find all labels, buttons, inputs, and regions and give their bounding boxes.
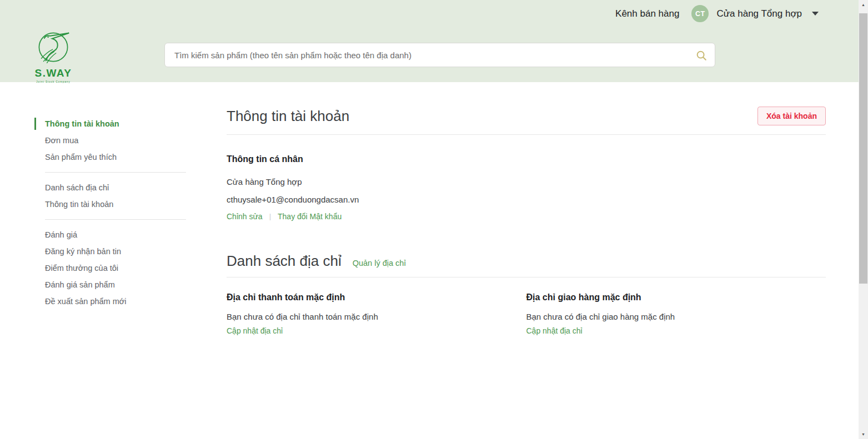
account-display-name: Cửa hàng Tổng hợp <box>227 176 826 188</box>
update-shipping-address-link[interactable]: Cập nhật địa chỉ <box>526 326 826 335</box>
address-list-heading: Danh sách địa chỉ <box>227 253 342 270</box>
billing-address-column: Địa chỉ thanh toán mặc định Bạn chưa có … <box>227 292 526 335</box>
topbar-account-area: Kênh bán hàng CT Cửa hàng Tổng hợp <box>615 5 819 22</box>
personal-info-heading: Thông tin cá nhân <box>227 154 826 164</box>
shipping-address-empty-text: Bạn chưa có địa chỉ giao hàng mặc định <box>526 312 826 321</box>
search-bar <box>164 43 715 67</box>
main-content: Thông tin tài khoản Xóa tài khoản Thông … <box>227 107 826 335</box>
avatar[interactable]: CT <box>691 5 709 22</box>
sidebar-item-reward-points[interactable]: Điểm thưởng của tôi <box>34 260 186 276</box>
sidebar-item-account-details[interactable]: Thông tin tài khoản <box>34 196 186 213</box>
sidebar-item-address-list[interactable]: Danh sách địa chỉ <box>34 179 186 196</box>
shipping-address-column: Địa chỉ giao hàng mặc định Bạn chưa có đ… <box>526 292 826 335</box>
delete-account-button[interactable]: Xóa tài khoản <box>757 107 826 125</box>
account-email: cthuysale+01@conduongdacsan.vn <box>227 194 826 206</box>
vertical-scrollbar[interactable]: ▲ ▼ <box>859 0 868 439</box>
brand-logo[interactable]: S.WAY Joint Stock Company <box>33 28 73 83</box>
account-sidebar: Thông tin tài khoản Đơn mua Sản phẩm yêu… <box>34 115 186 310</box>
sidebar-item-newsletter[interactable]: Đăng ký nhận bản tin <box>34 243 186 260</box>
stork-logo-icon <box>34 57 72 66</box>
sidebar-item-purchases[interactable]: Đơn mua <box>34 132 186 149</box>
page-title-row: Thông tin tài khoản Xóa tài khoản <box>227 107 826 135</box>
scroll-down-icon[interactable]: ▼ <box>859 430 868 439</box>
sidebar-item-suggest-product[interactable]: Đề xuất sản phẩm mới <box>34 293 186 310</box>
header: Kênh bán hàng CT Cửa hàng Tổng hợp S.WAY… <box>0 0 859 82</box>
edit-profile-link[interactable]: Chỉnh sửa <box>227 212 263 221</box>
billing-address-heading: Địa chỉ thanh toán mặc định <box>227 292 526 302</box>
address-title-row: Danh sách địa chỉ Quản lý địa chỉ <box>227 253 826 277</box>
seller-channel-link[interactable]: Kênh bán hàng <box>615 8 679 19</box>
manage-addresses-link[interactable]: Quản lý địa chỉ <box>353 259 406 268</box>
account-name-dropdown[interactable]: Cửa hàng Tổng hợp <box>716 8 802 19</box>
update-billing-address-link[interactable]: Cập nhật địa chỉ <box>227 326 526 335</box>
scroll-up-icon[interactable]: ▲ <box>859 0 868 9</box>
scrollbar-thumb[interactable] <box>859 13 867 284</box>
chevron-down-icon[interactable] <box>812 12 819 16</box>
personal-info-links: Chỉnh sửa | Thay đổi Mật khẩu <box>227 212 826 221</box>
address-columns: Địa chỉ thanh toán mặc định Bạn chưa có … <box>227 292 826 335</box>
sidebar-item-product-reviews[interactable]: Đánh giá sản phẩm <box>34 276 186 293</box>
billing-address-empty-text: Bạn chưa có địa chỉ thanh toán mặc định <box>227 312 526 321</box>
page-title: Thông tin tài khoản <box>227 108 349 125</box>
brand-name: S.WAY <box>33 67 73 79</box>
sidebar-divider <box>45 172 186 173</box>
sidebar-divider <box>45 219 186 220</box>
shipping-address-heading: Địa chỉ giao hàng mặc định <box>526 292 826 302</box>
search-input[interactable] <box>164 43 715 67</box>
sidebar-item-reviews[interactable]: Đánh giá <box>34 226 186 243</box>
change-password-link[interactable]: Thay đổi Mật khẩu <box>278 212 342 221</box>
sidebar-item-account-info[interactable]: Thông tin tài khoản <box>34 115 186 132</box>
link-separator: | <box>269 212 271 220</box>
personal-info-section: Thông tin cá nhân Cửa hàng Tổng hợp cthu… <box>227 154 826 221</box>
address-list-section: Danh sách địa chỉ Quản lý địa chỉ Địa ch… <box>227 253 826 335</box>
brand-tagline: Joint Stock Company <box>33 80 73 83</box>
search-icon[interactable] <box>694 48 709 63</box>
sidebar-item-favorites[interactable]: Sản phẩm yêu thích <box>34 149 186 165</box>
